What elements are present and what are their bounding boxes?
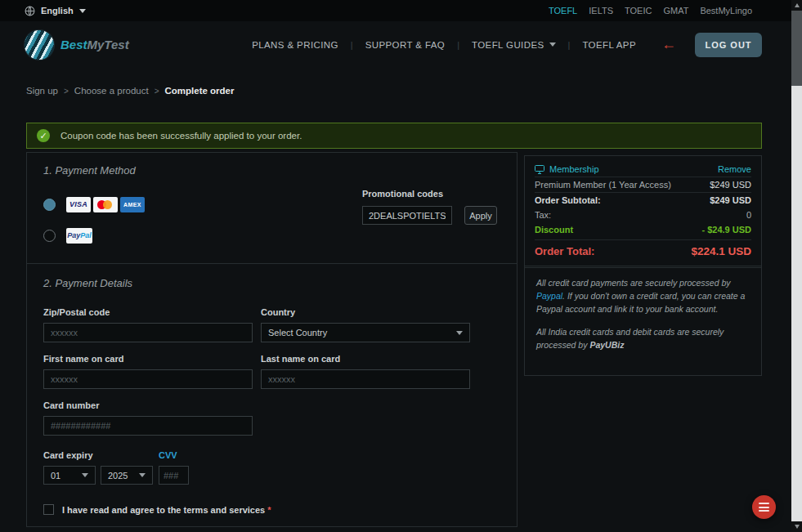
country-select[interactable]: Select Country bbox=[261, 323, 470, 342]
globe-icon bbox=[25, 6, 35, 16]
membership-title-label: Membership bbox=[549, 164, 599, 174]
paypal-link[interactable]: Paypal bbox=[536, 291, 562, 301]
zip-input[interactable] bbox=[43, 323, 253, 342]
remove-link[interactable]: Remove bbox=[718, 164, 751, 174]
nav-separator: | bbox=[351, 40, 353, 50]
floating-menu-button[interactable] bbox=[752, 495, 776, 519]
exam-links: TOEFL IELTS TOEIC GMAT BestMyLingo bbox=[549, 6, 752, 16]
scroll-down-button[interactable] bbox=[791, 521, 802, 532]
expiry-cvv-row: Card expiry 01 2025 CVV bbox=[43, 450, 470, 485]
payment-method-title: 1. Payment Method bbox=[43, 164, 500, 177]
cvv-input[interactable] bbox=[159, 466, 189, 485]
discount-label: Discount bbox=[535, 225, 573, 235]
main-header: BestMyTest PLANS & PRICING | SUPPORT & F… bbox=[0, 21, 791, 68]
notes-paragraph-1: All credit card payments are securely pr… bbox=[536, 277, 750, 315]
notes-p1-after: . If you don't own a credit card, you ca… bbox=[536, 291, 745, 314]
toplink-bestmylingo[interactable]: BestMyLingo bbox=[700, 6, 752, 16]
coupon-success-alert: ✓ Coupon code has been successfully appl… bbox=[26, 123, 762, 149]
toplink-toefl[interactable]: TOEFL bbox=[549, 6, 577, 16]
payment-notes-card: All credit card payments are securely pr… bbox=[524, 266, 762, 376]
order-total-value: $224.1 USD bbox=[691, 245, 751, 257]
membership-title: Membership bbox=[535, 164, 599, 174]
brand-logo[interactable]: BestMyTest bbox=[25, 30, 129, 60]
zip-label: Zip/Postal code bbox=[43, 307, 253, 317]
method-paypal: PayPal bbox=[43, 227, 500, 244]
total-row: Order Total: $224.1 USD bbox=[535, 239, 751, 260]
first-name-field: First name on card bbox=[43, 354, 253, 389]
cvv-label: CVV bbox=[159, 450, 189, 460]
promo-code-input[interactable] bbox=[362, 206, 452, 225]
membership-icon bbox=[535, 165, 544, 174]
nav-toefl-guides-label: TOEFL GUIDES bbox=[472, 40, 544, 50]
expiry-year-value: 2025 bbox=[108, 471, 128, 481]
toplink-gmat[interactable]: GMAT bbox=[663, 6, 688, 16]
main-nav: PLANS & PRICING | SUPPORT & FAQ | TOEFL … bbox=[252, 33, 762, 57]
last-name-input[interactable] bbox=[261, 369, 470, 389]
expiry-month-select[interactable]: 01 bbox=[43, 466, 96, 485]
alert-message: Coupon code has been successfully applie… bbox=[60, 131, 302, 141]
breadcrumb-choose-product[interactable]: Choose a product bbox=[74, 86, 149, 96]
nav-separator: | bbox=[568, 40, 571, 50]
breadcrumb-separator: > bbox=[155, 87, 159, 96]
nav-toefl-guides[interactable]: TOEFL GUIDES bbox=[472, 40, 556, 50]
paypal-radio[interactable] bbox=[43, 230, 56, 242]
chevron-down-icon bbox=[139, 473, 146, 477]
payment-details-title: 2. Payment Details bbox=[43, 277, 500, 289]
back-arrow-icon[interactable]: ← bbox=[661, 36, 676, 53]
nav-separator: | bbox=[457, 40, 459, 50]
summary-header-row: Membership Remove bbox=[535, 162, 751, 177]
subtotal-row: Order Subtotal: $249 USD bbox=[535, 192, 751, 208]
brand-name: BestMyTest bbox=[60, 38, 129, 51]
expiry-year-select[interactable]: 2025 bbox=[101, 466, 153, 485]
breadcrumb-complete-order: Complete order bbox=[165, 86, 235, 96]
credit-card-radio[interactable] bbox=[43, 199, 56, 211]
breadcrumb-signup[interactable]: Sign up bbox=[26, 86, 58, 96]
breadcrumb: Sign up > Choose a product > Complete or… bbox=[26, 86, 235, 96]
first-name-input[interactable] bbox=[43, 369, 253, 389]
expiry-month-value: 01 bbox=[51, 471, 60, 481]
toplink-toeic[interactable]: TOEIC bbox=[625, 6, 652, 16]
scrollbar-thumb[interactable] bbox=[791, 11, 802, 86]
terms-text: I have read and agree to the terms and s… bbox=[62, 505, 271, 515]
discount-row: Discount - $24.9 USD bbox=[535, 222, 751, 237]
scroll-up-button[interactable] bbox=[791, 0, 802, 11]
section-divider bbox=[27, 263, 517, 264]
hamburger-icon bbox=[759, 503, 769, 504]
chevron-down-icon bbox=[456, 331, 463, 335]
subtotal-value: $249 USD bbox=[710, 195, 751, 205]
nav-support-faq[interactable]: SUPPORT & FAQ bbox=[365, 40, 445, 50]
paypal-icon-pay: Pay bbox=[67, 231, 80, 239]
card-expiry-group: Card expiry 01 2025 bbox=[43, 450, 153, 485]
promo-label: Promotional codes bbox=[362, 189, 508, 199]
card-number-field: Card number bbox=[43, 400, 253, 436]
item-label: Premium Member (1 Year Access) bbox=[535, 180, 671, 190]
order-summary-card: Membership Remove Premium Member (1 Year… bbox=[524, 155, 762, 268]
last-name-field: Last name on card bbox=[261, 354, 470, 389]
tax-label: Tax: bbox=[535, 210, 551, 220]
vertical-scrollbar[interactable] bbox=[791, 0, 802, 532]
last-name-label: Last name on card bbox=[261, 354, 470, 364]
promo-code-block: Promotional codes Apply bbox=[362, 189, 508, 225]
hamburger-icon bbox=[759, 510, 769, 512]
terms-checkbox[interactable] bbox=[43, 504, 54, 515]
amex-icon: AMEX bbox=[120, 197, 145, 212]
hamburger-icon bbox=[759, 507, 769, 508]
order-total-label: Order Total: bbox=[535, 245, 594, 257]
form-spacer bbox=[261, 389, 470, 436]
visa-icon: VISA bbox=[66, 197, 91, 212]
terms-text-label: I have read and agree to the terms and s… bbox=[62, 505, 265, 515]
mastercard-icon bbox=[93, 197, 118, 212]
language-selector[interactable]: English bbox=[25, 6, 86, 16]
country-label: Country bbox=[261, 307, 470, 317]
toplink-ielts[interactable]: IELTS bbox=[589, 6, 613, 16]
nav-toefl-app[interactable]: TOEFL APP bbox=[582, 40, 636, 50]
payment-details-form: Zip/Postal code Country Select Country F… bbox=[43, 296, 500, 485]
nav-plans-pricing[interactable]: PLANS & PRICING bbox=[252, 40, 338, 50]
apply-button[interactable]: Apply bbox=[464, 206, 497, 225]
card-expiry-label: Card expiry bbox=[43, 450, 153, 460]
zip-field: Zip/Postal code bbox=[43, 307, 253, 342]
tax-value: 0 bbox=[746, 210, 751, 220]
card-number-input[interactable] bbox=[43, 416, 253, 436]
required-asterisk: * bbox=[267, 505, 271, 515]
logout-button[interactable]: LOG OUT bbox=[695, 33, 762, 57]
